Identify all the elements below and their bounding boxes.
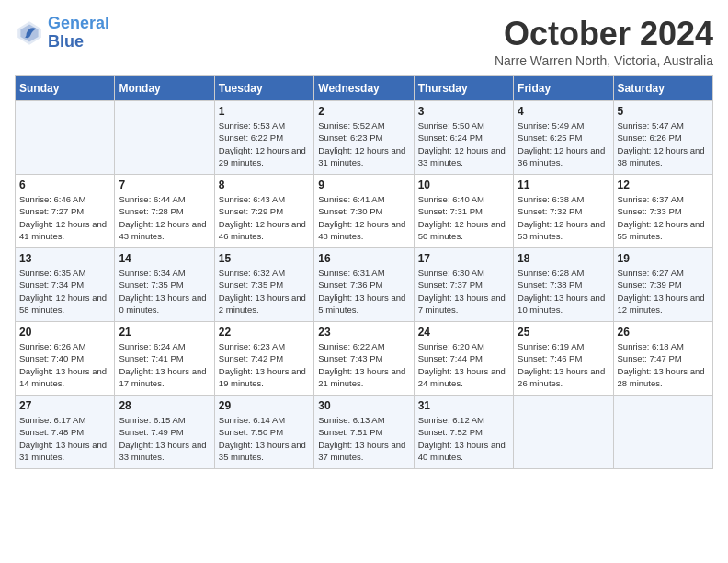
day-number: 23 <box>318 326 409 339</box>
day-detail: Sunrise: 6:13 AMSunset: 7:51 PMDaylight:… <box>318 414 409 463</box>
calendar-cell <box>613 396 712 469</box>
day-number: 10 <box>418 178 509 191</box>
day-detail: Sunrise: 6:12 AMSunset: 7:52 PMDaylight:… <box>418 414 509 463</box>
day-detail: Sunrise: 6:32 AMSunset: 7:35 PMDaylight:… <box>219 267 310 316</box>
day-number: 27 <box>19 399 110 412</box>
day-detail: Sunrise: 5:49 AMSunset: 6:25 PMDaylight:… <box>518 120 609 168</box>
calendar-cell: 9Sunrise: 6:41 AMSunset: 7:30 PMDaylight… <box>314 175 414 248</box>
calendar-cell: 10Sunrise: 6:40 AMSunset: 7:31 PMDayligh… <box>414 175 513 248</box>
day-detail: Sunrise: 6:46 AMSunset: 7:27 PMDaylight:… <box>19 193 110 242</box>
calendar-cell: 2Sunrise: 5:52 AMSunset: 6:23 PMDaylight… <box>314 101 414 175</box>
calendar-cell: 23Sunrise: 6:22 AMSunset: 7:43 PMDayligh… <box>314 322 414 396</box>
page-header: General Blue October 2024 Narre Warren N… <box>15 15 713 68</box>
calendar-cell: 27Sunrise: 6:17 AMSunset: 7:48 PMDayligh… <box>16 396 115 469</box>
calendar-week-row: 27Sunrise: 6:17 AMSunset: 7:48 PMDayligh… <box>16 396 713 469</box>
calendar-cell <box>16 101 115 175</box>
calendar-cell: 12Sunrise: 6:37 AMSunset: 7:33 PMDayligh… <box>613 175 712 248</box>
day-detail: Sunrise: 6:28 AMSunset: 7:38 PMDaylight:… <box>518 267 609 316</box>
calendar-cell <box>115 101 214 175</box>
day-number: 17 <box>418 252 509 265</box>
calendar-cell: 21Sunrise: 6:24 AMSunset: 7:41 PMDayligh… <box>115 322 214 396</box>
calendar-table: SundayMondayTuesdayWednesdayThursdayFrid… <box>15 75 713 469</box>
day-detail: Sunrise: 6:18 AMSunset: 7:47 PMDaylight:… <box>618 340 709 389</box>
day-number: 28 <box>119 399 210 412</box>
day-detail: Sunrise: 6:20 AMSunset: 7:44 PMDaylight:… <box>418 340 509 389</box>
day-number: 24 <box>418 326 509 339</box>
day-detail: Sunrise: 5:53 AMSunset: 6:22 PMDaylight:… <box>219 120 310 168</box>
calendar-cell: 15Sunrise: 6:32 AMSunset: 7:35 PMDayligh… <box>214 248 313 322</box>
day-number: 5 <box>618 105 709 118</box>
day-number: 18 <box>518 252 609 265</box>
calendar-cell: 6Sunrise: 6:46 AMSunset: 7:27 PMDaylight… <box>16 175 115 248</box>
day-number: 14 <box>119 252 210 265</box>
calendar-cell: 18Sunrise: 6:28 AMSunset: 7:38 PMDayligh… <box>514 248 613 322</box>
day-number: 22 <box>219 326 310 339</box>
calendar-cell: 26Sunrise: 6:18 AMSunset: 7:47 PMDayligh… <box>613 322 712 396</box>
header-day: Sunday <box>16 76 115 101</box>
day-detail: Sunrise: 6:35 AMSunset: 7:34 PMDaylight:… <box>19 267 110 316</box>
logo: General Blue <box>15 15 109 52</box>
day-detail: Sunrise: 6:44 AMSunset: 7:28 PMDaylight:… <box>119 193 210 242</box>
calendar-cell: 4Sunrise: 5:49 AMSunset: 6:25 PMDaylight… <box>514 101 613 175</box>
calendar-cell: 25Sunrise: 6:19 AMSunset: 7:46 PMDayligh… <box>514 322 613 396</box>
day-number: 30 <box>318 399 409 412</box>
day-number: 16 <box>318 252 409 265</box>
day-number: 3 <box>418 105 509 118</box>
day-number: 11 <box>518 178 609 191</box>
calendar-cell: 16Sunrise: 6:31 AMSunset: 7:36 PMDayligh… <box>314 248 414 322</box>
header-day: Monday <box>115 76 214 101</box>
calendar-cell: 30Sunrise: 6:13 AMSunset: 7:51 PMDayligh… <box>314 396 414 469</box>
day-detail: Sunrise: 5:47 AMSunset: 6:26 PMDaylight:… <box>618 120 709 168</box>
day-detail: Sunrise: 6:19 AMSunset: 7:46 PMDaylight:… <box>518 340 609 389</box>
day-detail: Sunrise: 6:14 AMSunset: 7:50 PMDaylight:… <box>219 414 310 463</box>
day-detail: Sunrise: 6:34 AMSunset: 7:35 PMDaylight:… <box>119 267 210 316</box>
day-detail: Sunrise: 6:31 AMSunset: 7:36 PMDaylight:… <box>318 267 409 316</box>
calendar-cell: 8Sunrise: 6:43 AMSunset: 7:29 PMDaylight… <box>214 175 313 248</box>
day-detail: Sunrise: 6:30 AMSunset: 7:37 PMDaylight:… <box>418 267 509 316</box>
day-number: 9 <box>318 178 409 191</box>
calendar-cell: 17Sunrise: 6:30 AMSunset: 7:37 PMDayligh… <box>414 248 513 322</box>
day-number: 15 <box>219 252 310 265</box>
day-detail: Sunrise: 6:38 AMSunset: 7:32 PMDaylight:… <box>518 193 609 242</box>
title-block: October 2024 Narre Warren North, Victori… <box>495 15 713 68</box>
header-day: Wednesday <box>314 76 414 101</box>
day-detail: Sunrise: 6:22 AMSunset: 7:43 PMDaylight:… <box>318 340 409 389</box>
calendar-cell: 28Sunrise: 6:15 AMSunset: 7:49 PMDayligh… <box>115 396 214 469</box>
day-number: 7 <box>119 178 210 191</box>
day-number: 21 <box>119 326 210 339</box>
calendar-cell: 24Sunrise: 6:20 AMSunset: 7:44 PMDayligh… <box>414 322 513 396</box>
day-detail: Sunrise: 6:41 AMSunset: 7:30 PMDaylight:… <box>318 193 409 242</box>
day-number: 20 <box>19 326 110 339</box>
day-detail: Sunrise: 6:37 AMSunset: 7:33 PMDaylight:… <box>618 193 709 242</box>
calendar-week-row: 6Sunrise: 6:46 AMSunset: 7:27 PMDaylight… <box>16 175 713 248</box>
calendar-cell: 3Sunrise: 5:50 AMSunset: 6:24 PMDaylight… <box>414 101 513 175</box>
logo-text: General Blue <box>48 15 109 52</box>
calendar-cell: 7Sunrise: 6:44 AMSunset: 7:28 PMDaylight… <box>115 175 214 248</box>
day-number: 19 <box>618 252 709 265</box>
day-detail: Sunrise: 6:43 AMSunset: 7:29 PMDaylight:… <box>219 193 310 242</box>
day-number: 6 <box>19 178 110 191</box>
day-detail: Sunrise: 6:24 AMSunset: 7:41 PMDaylight:… <box>119 340 210 389</box>
day-detail: Sunrise: 6:15 AMSunset: 7:49 PMDaylight:… <box>119 414 210 463</box>
calendar-cell: 29Sunrise: 6:14 AMSunset: 7:50 PMDayligh… <box>214 396 313 469</box>
day-detail: Sunrise: 6:17 AMSunset: 7:48 PMDaylight:… <box>19 414 110 463</box>
day-number: 26 <box>618 326 709 339</box>
day-detail: Sunrise: 6:23 AMSunset: 7:42 PMDaylight:… <box>219 340 310 389</box>
calendar-cell: 20Sunrise: 6:26 AMSunset: 7:40 PMDayligh… <box>16 322 115 396</box>
day-number: 8 <box>219 178 310 191</box>
day-number: 1 <box>219 105 310 118</box>
calendar-week-row: 1Sunrise: 5:53 AMSunset: 6:22 PMDaylight… <box>16 101 713 175</box>
header-row: SundayMondayTuesdayWednesdayThursdayFrid… <box>16 76 713 101</box>
calendar-cell: 19Sunrise: 6:27 AMSunset: 7:39 PMDayligh… <box>613 248 712 322</box>
location-title: Narre Warren North, Victoria, Australia <box>495 53 713 68</box>
header-day: Friday <box>514 76 613 101</box>
day-detail: Sunrise: 6:27 AMSunset: 7:39 PMDaylight:… <box>618 267 709 316</box>
day-number: 13 <box>19 252 110 265</box>
header-day: Tuesday <box>214 76 313 101</box>
logo-icon <box>15 18 44 48</box>
header-day: Saturday <box>613 76 712 101</box>
calendar-cell <box>514 396 613 469</box>
day-detail: Sunrise: 5:50 AMSunset: 6:24 PMDaylight:… <box>418 120 509 168</box>
header-day: Thursday <box>414 76 513 101</box>
calendar-cell: 5Sunrise: 5:47 AMSunset: 6:26 PMDaylight… <box>613 101 712 175</box>
